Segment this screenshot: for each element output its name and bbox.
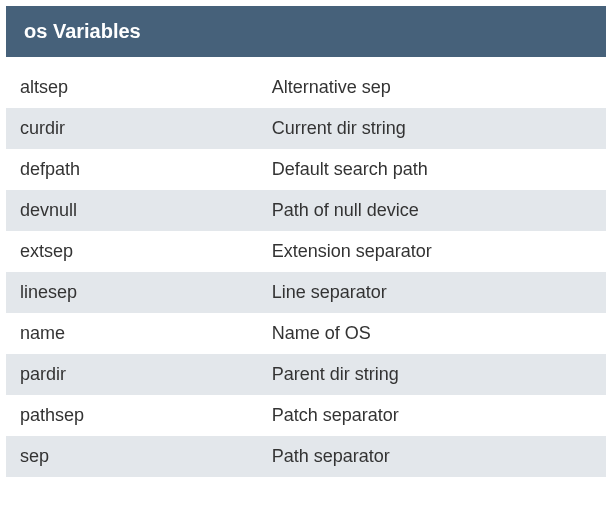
- variable-name: defpath: [20, 159, 272, 180]
- variable-name: pathsep: [20, 405, 272, 426]
- variable-name: curdir: [20, 118, 272, 139]
- table-row: devnull Path of null device: [6, 190, 606, 231]
- variable-description: Extension separator: [272, 241, 592, 262]
- variable-description: Patch separator: [272, 405, 592, 426]
- variable-name: devnull: [20, 200, 272, 221]
- variable-description: Name of OS: [272, 323, 592, 344]
- variable-name: sep: [20, 446, 272, 467]
- table-row: defpath Default search path: [6, 149, 606, 190]
- table-title: os Variables: [24, 20, 141, 42]
- variable-description: Path separator: [272, 446, 592, 467]
- table-row: extsep Extension separator: [6, 231, 606, 272]
- variable-description: Line separator: [272, 282, 592, 303]
- table-row: linesep Line separator: [6, 272, 606, 313]
- table-body: altsep Alternative sep curdir Current di…: [6, 67, 606, 477]
- variable-name: altsep: [20, 77, 272, 98]
- table-row: name Name of OS: [6, 313, 606, 354]
- variable-description: Current dir string: [272, 118, 592, 139]
- variable-name: linesep: [20, 282, 272, 303]
- variable-name: pardir: [20, 364, 272, 385]
- variable-description: Parent dir string: [272, 364, 592, 385]
- variable-description: Alternative sep: [272, 77, 592, 98]
- table-row: curdir Current dir string: [6, 108, 606, 149]
- variable-name: name: [20, 323, 272, 344]
- table-header: os Variables: [6, 6, 606, 57]
- table-row: sep Path separator: [6, 436, 606, 477]
- variable-description: Default search path: [272, 159, 592, 180]
- table-row: pathsep Patch separator: [6, 395, 606, 436]
- variable-description: Path of null device: [272, 200, 592, 221]
- table-row: pardir Parent dir string: [6, 354, 606, 395]
- table-row: altsep Alternative sep: [6, 67, 606, 108]
- variable-name: extsep: [20, 241, 272, 262]
- os-variables-table: os Variables altsep Alternative sep curd…: [6, 6, 606, 477]
